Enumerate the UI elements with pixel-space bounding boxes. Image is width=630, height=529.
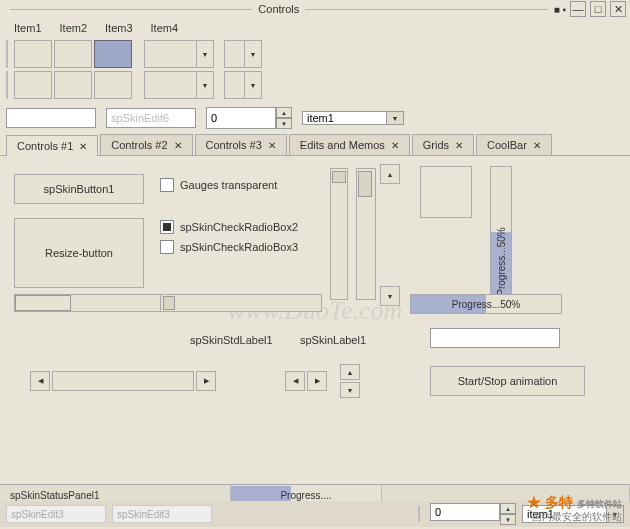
arrow-up-button[interactable]: ▲ [380, 164, 400, 184]
radio-3[interactable]: spSkinCheckRadioBox3 [160, 240, 298, 254]
trackbar-vertical[interactable] [330, 168, 348, 300]
arrow-up-button[interactable]: ▲ [340, 364, 360, 380]
chevron-down-icon: ▼ [196, 72, 213, 98]
disabled-edit-1: spSkinEdit3 [6, 505, 106, 523]
arrow-down-button[interactable]: ▼ [340, 382, 360, 398]
arrow-right-button[interactable]: ▶ [196, 371, 216, 391]
chevron-down-icon: ▼ [196, 41, 213, 67]
tab-coolbar[interactable]: CoolBar✕ [476, 134, 552, 155]
toolbar-dropdown[interactable]: ▼ [224, 40, 262, 68]
close-icon[interactable]: ✕ [391, 140, 399, 151]
toolbar-btn[interactable] [54, 40, 92, 68]
arrow-left-button[interactable]: ◀ [285, 371, 305, 391]
tab-label: Controls #2 [111, 139, 167, 151]
arrow-left-button[interactable]: ◀ [30, 371, 50, 391]
tab-label: Controls #3 [206, 139, 262, 151]
site-watermark: ★ 多特 多特软件站 国内最安全的软件站 [527, 494, 622, 523]
trackbar-horizontal[interactable] [160, 294, 322, 312]
menu-item3[interactable]: Item3 [97, 20, 141, 36]
tab-label: CoolBar [487, 139, 527, 151]
minimize-button[interactable]: — [570, 1, 586, 17]
tab-content: www.DuoTe.com spSkinButton1 Resize-butto… [0, 156, 630, 466]
scrollbar-vertical[interactable] [356, 168, 376, 300]
combo-input[interactable] [302, 111, 386, 125]
tab-label: Edits and Memos [300, 139, 385, 151]
spin-input[interactable] [430, 503, 500, 521]
chevron-down-icon: ▼ [244, 41, 261, 67]
toolbar-dropdown[interactable]: ▼ [224, 71, 262, 99]
pin-icon[interactable]: ■ ▪ [554, 4, 566, 15]
window-title: Controls [258, 3, 299, 15]
radio-label: spSkinCheckRadioBox2 [180, 221, 298, 233]
edit-row: ▲ ▼ ▼ [0, 104, 630, 132]
tab-edits-memos[interactable]: Edits and Memos✕ [289, 134, 410, 155]
radio-icon[interactable] [160, 240, 174, 254]
progress-label: Progress.... [231, 490, 381, 501]
radio-2[interactable]: spSkinCheckRadioBox2 [160, 220, 298, 234]
arrow-right-button[interactable]: ▶ [307, 371, 327, 391]
skin-edit-disabled [106, 108, 196, 128]
spin-down-icon[interactable]: ▼ [500, 514, 516, 525]
maximize-button[interactable]: □ [590, 1, 606, 17]
toolbar-btn[interactable] [14, 40, 52, 68]
tab-label: Controls #1 [17, 140, 73, 152]
combo-box[interactable]: ▼ [302, 111, 404, 125]
tab-strip: Controls #1✕ Controls #2✕ Controls #3✕ E… [0, 132, 630, 156]
spin-up-icon[interactable]: ▲ [500, 503, 516, 514]
tab-grids[interactable]: Grids✕ [412, 134, 474, 155]
resize-button[interactable]: Resize-button [14, 218, 144, 288]
scrollbar-thumb[interactable] [358, 171, 372, 197]
spin-input[interactable] [206, 107, 276, 129]
bottom-spin[interactable]: ▲ ▼ [430, 503, 516, 525]
tab-controls-1[interactable]: Controls #1✕ [6, 135, 98, 156]
radio-icon[interactable] [160, 220, 174, 234]
close-icon[interactable]: ✕ [174, 140, 182, 151]
slider-thumb[interactable] [163, 296, 175, 310]
close-icon[interactable]: ✕ [455, 140, 463, 151]
arrow-down-button[interactable]: ▼ [380, 286, 400, 306]
toolbar-btn-selected[interactable] [94, 40, 132, 68]
gauge-bar [14, 294, 176, 312]
radio-label: spSkinCheckRadioBox3 [180, 241, 298, 253]
skin-button-1[interactable]: spSkinButton1 [14, 174, 144, 204]
slider-thumb[interactable] [332, 171, 346, 183]
chevron-down-icon[interactable]: ▼ [386, 111, 404, 125]
empty-panel [420, 166, 472, 218]
std-label: spSkinStdLabel1 [190, 334, 273, 346]
button-label: Start/Stop animation [458, 375, 558, 387]
text-field-blank[interactable] [430, 328, 560, 348]
toolbar-dropdown[interactable]: ▼ [144, 71, 214, 99]
menu-item1[interactable]: Item1 [6, 20, 50, 36]
title-bar: Controls ■ ▪ — □ ✕ [0, 0, 630, 18]
menu-item2[interactable]: Item2 [52, 20, 96, 36]
toolbar-dropdown[interactable]: ▼ [144, 40, 214, 68]
close-icon[interactable]: ✕ [79, 141, 87, 152]
toolbar-btn[interactable] [14, 71, 52, 99]
spin-edit[interactable]: ▲ ▼ [206, 107, 292, 129]
close-button[interactable]: ✕ [610, 1, 626, 17]
progress-vertical: Progress...50% [490, 166, 512, 298]
toolbar-btn[interactable] [94, 71, 132, 99]
progress-horizontal: Progress...50% [410, 294, 562, 314]
checkbox-icon[interactable] [160, 178, 174, 192]
progress-label: Progress...50% [496, 227, 507, 295]
check-label: Gauges transparent [180, 179, 277, 191]
toolbar-btn[interactable] [54, 71, 92, 99]
menu-bar: Item1 Item2 Item3 Item4 [0, 18, 630, 38]
toolbar-area: ▼ ▼ ▼ ▼ [0, 38, 630, 104]
close-icon[interactable]: ✕ [268, 140, 276, 151]
menu-item4[interactable]: Item4 [143, 20, 187, 36]
spin-down-icon[interactable]: ▼ [276, 118, 292, 129]
check-gauges[interactable]: Gauges transparent [160, 178, 298, 192]
chevron-down-icon: ▼ [244, 72, 261, 98]
spin-up-icon[interactable]: ▲ [276, 107, 292, 118]
progress-label: Progress...50% [411, 299, 561, 310]
disabled-edit-2: spSkinEdit3 [112, 505, 212, 523]
start-stop-button[interactable]: Start/Stop animation [430, 366, 585, 396]
scrollbar-horizontal[interactable] [52, 371, 194, 391]
close-icon[interactable]: ✕ [533, 140, 541, 151]
skin-edit-input[interactable] [6, 108, 96, 128]
tab-controls-3[interactable]: Controls #3✕ [195, 134, 287, 155]
tab-controls-2[interactable]: Controls #2✕ [100, 134, 192, 155]
button-label: Resize-button [45, 247, 113, 259]
